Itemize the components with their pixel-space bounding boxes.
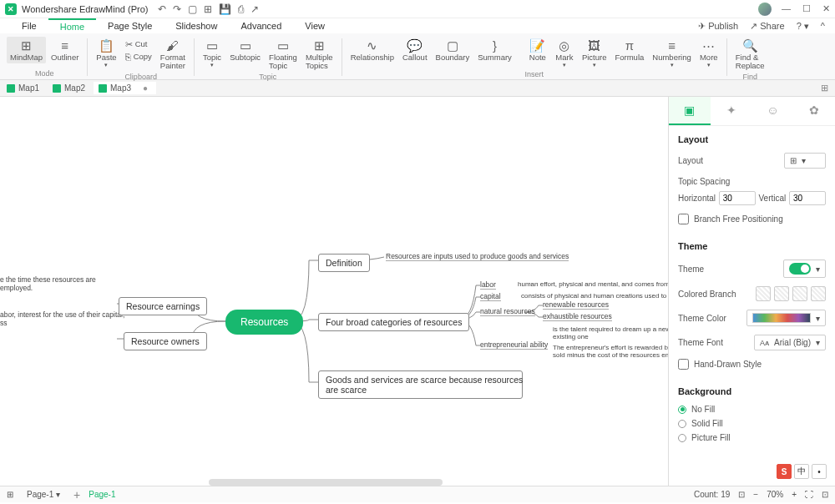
copy-button[interactable]: ⎘Copy [122,51,155,63]
label-entrepreneurial: entrepreneurial ability [480,340,548,350]
node-scarce[interactable]: Goods and services are scarce because re… [318,370,523,399]
callout-button[interactable]: 💬Callout [399,37,431,63]
floating-topic-button[interactable]: ▭Floating Topic [266,37,301,73]
cut-button[interactable]: ✂Cut [122,38,155,50]
collapse-ribbon-icon[interactable]: ^ [821,21,825,31]
zoom-level: 70% [767,490,783,499]
find-replace-button[interactable]: 🔍Find & Replace [732,37,768,73]
panel-tab-layout[interactable]: ▣ [669,97,711,125]
count-label: Count: 19 [694,490,730,499]
minimize-button[interactable]: — [782,3,791,14]
panel-toggle-icon[interactable]: ⊞ [816,83,833,93]
horizontal-spacing-input[interactable] [719,191,756,205]
outliner-mode-button[interactable]: ≡Outliner [48,37,82,63]
format-painter-button[interactable]: 🖌Format Painter [157,37,189,73]
pages-icon[interactable]: ⊞ [7,490,13,499]
help-icon[interactable]: ? ▾ [797,21,809,32]
note-button[interactable]: 📝Note [525,37,550,63]
node-resource-earnings[interactable]: Resource earnings [119,297,207,315]
zoom-in-button[interactable]: + [792,490,797,499]
text-ent2: The entrepreneur's effort is rewarded by… [553,344,668,359]
panel-tab-emoji[interactable]: ☺ [752,97,794,125]
app-title: Wondershare EdrawMind (Pro) [22,4,148,14]
subtopic-button[interactable]: ▭Subtopic [226,37,264,63]
close-button[interactable]: ✕ [822,3,830,14]
fit-icon[interactable]: ⛶ [805,490,813,499]
fullscreen-icon[interactable]: ⊡ [822,490,828,499]
vertical-spacing-input[interactable] [789,191,826,205]
export-icon[interactable]: ↗ [250,3,259,15]
maximize-button[interactable]: ☐ [802,3,811,14]
open-icon[interactable]: ⊞ [204,3,212,15]
menu-advanced[interactable]: Advanced [229,19,293,33]
picture-button[interactable]: 🖼Picture▾ [579,37,610,70]
topic-button[interactable]: ▭Topic▾ [200,37,225,70]
tab-map3[interactable]: Map3● [94,82,156,94]
boundary-button[interactable]: ▢Boundary [433,37,473,63]
print-icon[interactable]: ⎙ [238,3,244,15]
save-icon[interactable]: 💾 [219,3,231,15]
heading-background: Background [678,386,826,396]
ime-punct-icon[interactable]: • [812,464,827,479]
canvas[interactable]: e the time these resources are employed.… [0,97,668,486]
label-natres: natural resources [480,307,535,316]
layout-dropdown[interactable]: ⊞▾ [784,153,826,169]
theme-font-dropdown[interactable]: AᴀArial (Big)▾ [754,335,826,350]
new-icon[interactable]: ▢ [188,3,197,15]
current-page-label: Page-1 [89,490,115,499]
theme-color-dropdown[interactable]: ▾ [746,310,826,326]
branch-free-checkbox[interactable]: Branch Free Positioning [678,214,826,224]
heading-theme: Theme [678,241,826,251]
menu-file[interactable]: File [10,19,48,33]
relationship-button[interactable]: ∿Relationship [347,37,397,63]
tab-map2[interactable]: Map2 [48,82,94,94]
undo-icon[interactable]: ↶ [158,3,166,15]
numbering-button[interactable]: ≡Numbering▾ [649,37,694,70]
formula-button[interactable]: πFormula [611,37,647,63]
node-definition[interactable]: Definition [318,254,370,272]
label-renewable: renewable resources [543,300,609,310]
more-button[interactable]: ⋯More▾ [696,37,721,70]
text-ent1: is the talent required to dream up a new… [553,325,668,340]
label-exhaustible: exhaustible resources [543,312,612,321]
node-center[interactable]: Resources [225,310,303,335]
theme-dropdown[interactable]: ▾ [783,260,826,278]
label-labor: labor [480,280,496,290]
note-left-1: e the time these resources are employed. [0,275,109,292]
node-four-categories[interactable]: Four broad categories of resources [318,313,469,331]
panel-tab-clipart[interactable]: ✿ [793,97,835,125]
tab-map1[interactable]: Map1 [2,82,48,94]
menu-pagestyle[interactable]: Page Style [96,19,164,33]
summary-button[interactable]: }Summary [474,37,515,63]
ime-icon[interactable]: S [777,464,792,479]
publish-button[interactable]: ✈ Publish [698,21,738,32]
app-logo: ✕ [5,3,17,15]
user-avatar[interactable] [758,3,772,16]
redo-icon[interactable]: ↷ [173,3,181,15]
ime-lang-icon[interactable]: 中 [794,464,809,479]
label-capital: capital [480,292,501,301]
paste-button[interactable]: 📋Paste▾ [93,37,119,70]
menu-home[interactable]: Home [48,18,96,33]
radio-picture-fill[interactable]: Picture Fill [678,433,826,442]
node-resource-owners[interactable]: Resource owners [124,332,207,350]
mindmap-mode-button[interactable]: ⊞MindMap [7,37,46,63]
note-definition: Resources are inputs used to produce goo… [386,252,569,261]
horizontal-scrollbar[interactable] [209,479,443,486]
mark-button[interactable]: ◎Mark▾ [552,37,577,70]
nav-icon[interactable]: ⊡ [738,490,745,499]
multiple-topics-button[interactable]: ⊞Multiple Topics [302,37,337,73]
menu-slideshow[interactable]: Slideshow [164,19,229,33]
page-selector[interactable]: Page-1 ▾ [22,489,65,500]
radio-solid-fill[interactable]: Solid Fill [678,419,826,428]
add-page-button[interactable]: + [73,488,80,501]
heading-layout: Layout [678,134,826,144]
radio-no-fill[interactable]: No Fill [678,405,826,414]
panel-tab-style[interactable]: ✦ [711,97,752,125]
menu-view[interactable]: View [293,19,337,33]
hand-drawn-checkbox[interactable]: Hand-Drawn Style [678,359,826,370]
share-button[interactable]: ↗ Share [750,21,784,32]
text-labor: human effort, physical and mental, and c… [518,280,668,288]
colored-branch-swatches[interactable] [756,286,826,301]
zoom-out-button[interactable]: − [753,490,758,499]
